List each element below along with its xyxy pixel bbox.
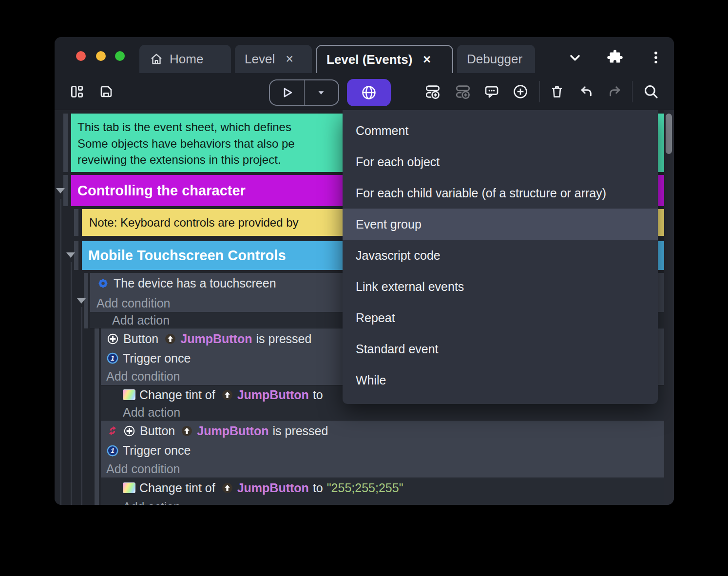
add-action-link[interactable]: Add action: [101, 498, 664, 505]
invert-condition-icon: [106, 424, 119, 437]
screen: Home Level × Level (Events) × Debugger: [0, 0, 728, 576]
sprite-arrow-icon: [181, 425, 193, 437]
delete-button[interactable]: [547, 82, 567, 101]
add-subevent-icon: [455, 83, 471, 100]
add-event-icon: [424, 83, 441, 100]
menu-item-while[interactable]: While: [343, 365, 658, 396]
condition-row[interactable]: 1 Trigger once: [101, 441, 664, 460]
toolbar-divider: [539, 81, 540, 102]
action-row[interactable]: Change tint of JumpButton to "255;255;25…: [101, 478, 664, 498]
group-title: Controlling the character: [77, 183, 246, 199]
redo-icon: [607, 84, 623, 99]
sprite-arrow-icon: [221, 389, 233, 401]
menu-item-javascript-code[interactable]: Javascript code: [343, 240, 658, 271]
condition-text: Button: [140, 424, 175, 438]
home-icon: [149, 52, 164, 66]
menu-item-event-group[interactable]: Event group: [343, 209, 658, 240]
addons-button[interactable]: [604, 48, 626, 67]
gutter-bar: [63, 114, 68, 172]
add-toolbar-button[interactable]: [511, 82, 530, 101]
object-name: JumpButton: [237, 388, 309, 402]
condition-row[interactable]: Button JumpButton is pressed: [101, 421, 664, 441]
touch-plugin-icon: [96, 277, 110, 290]
sprite-arrow-icon: [164, 333, 176, 345]
note-text: Note: Keyboard controls are provided by: [89, 216, 299, 230]
tab-level[interactable]: Level ×: [235, 45, 312, 73]
gutter-bar: [74, 209, 78, 236]
titlebar[interactable]: Home Level × Level (Events) × Debugger: [55, 37, 674, 73]
save-icon: [98, 84, 114, 99]
tab-label: Home: [170, 52, 203, 67]
object-name: JumpButton: [180, 332, 252, 346]
close-tab-icon[interactable]: ×: [286, 52, 293, 67]
minimize-window-button[interactable]: [96, 51, 106, 61]
action-area: Change tint of JumpButton to "255;255;25…: [101, 478, 664, 505]
add-subevent-toolbar-button[interactable]: [453, 82, 473, 101]
chevron-down-icon: [567, 50, 583, 65]
puzzle-icon: [606, 49, 624, 66]
menu-item-for-each-object[interactable]: For each object: [343, 146, 658, 177]
redo-button[interactable]: [605, 82, 625, 101]
group-title: Mobile Touchscreen Controls: [88, 248, 286, 264]
tab-home[interactable]: Home: [139, 45, 231, 73]
scrollbar-track[interactable]: [664, 110, 674, 505]
undo-button[interactable]: [576, 82, 596, 101]
close-tab-icon[interactable]: ×: [423, 52, 431, 67]
condition-text: Trigger once: [123, 351, 191, 365]
scrollbar-thumb[interactable]: [666, 114, 672, 154]
event-block-button-not-pressed[interactable]: Button JumpButton is pressed 1 Trigger o…: [101, 421, 664, 478]
tint-icon: [123, 482, 135, 493]
add-event-button-active[interactable]: [347, 79, 391, 106]
collapse-arrow-icon[interactable]: [56, 188, 65, 193]
undo-icon: [578, 84, 594, 99]
condition-text: is pressed: [256, 332, 311, 346]
tab-label: Debugger: [467, 52, 522, 67]
menu-item-for-each-child-variable[interactable]: For each child variable (of a structure …: [343, 177, 658, 209]
preview-split-button: [269, 79, 339, 106]
play-icon: [280, 85, 294, 100]
action-text: Change tint of: [139, 481, 215, 495]
kebab-menu-icon: [649, 49, 663, 66]
add-event-toolbar-button[interactable]: [423, 82, 442, 101]
menu-item-repeat[interactable]: Repeat: [343, 302, 658, 333]
menu-item-link-external-events[interactable]: Link external events: [343, 271, 658, 302]
add-comment-toolbar-button[interactable]: [482, 82, 501, 101]
condition-text: is pressed: [272, 424, 328, 438]
menu-item-standard-event[interactable]: Standard event: [343, 333, 658, 365]
object-name: JumpButton: [197, 424, 268, 438]
action-text: Change tint of: [139, 388, 215, 402]
condition-text: Trigger once: [123, 443, 191, 458]
indent-guide: [71, 262, 72, 505]
add-event-context-menu: Comment For each object For each child v…: [343, 110, 658, 404]
zoom-window-button[interactable]: [115, 51, 125, 61]
add-condition-link[interactable]: Add condition: [101, 460, 664, 478]
collapse-arrow-icon[interactable]: [66, 252, 75, 258]
collapse-arrow-icon[interactable]: [77, 298, 86, 304]
main-menu-button[interactable]: [645, 48, 667, 67]
tint-value: "255;255;255": [327, 481, 403, 495]
object-name: JumpButton: [237, 481, 309, 495]
tab-debugger[interactable]: Debugger: [457, 45, 535, 73]
menu-item-comment[interactable]: Comment: [343, 115, 658, 146]
preview-options-button[interactable]: [305, 80, 339, 105]
action-text: to: [313, 481, 323, 495]
tab-list-dropdown-button[interactable]: [564, 48, 586, 67]
close-window-button[interactable]: [76, 51, 86, 61]
indent-guide: [81, 307, 82, 505]
app-window: Home Level × Level (Events) × Debugger: [55, 37, 674, 505]
toolbar: [55, 73, 674, 110]
add-action-link[interactable]: Add action: [101, 404, 664, 421]
search-button[interactable]: [641, 82, 661, 101]
svg-text:1: 1: [111, 354, 115, 362]
layout-panels-button[interactable]: [67, 82, 87, 101]
toolbar-divider: [632, 81, 632, 102]
indent-guide: [60, 199, 61, 505]
event-sheet: This tab is the event sheet, which defin…: [55, 110, 674, 505]
svg-text:1: 1: [111, 446, 115, 454]
tab-label: Level (Events): [326, 52, 412, 67]
save-button[interactable]: [96, 82, 116, 101]
preview-button[interactable]: [270, 80, 304, 105]
tab-level-events[interactable]: Level (Events) ×: [316, 45, 453, 73]
button-object-icon: [106, 332, 119, 346]
search-icon: [643, 83, 659, 100]
